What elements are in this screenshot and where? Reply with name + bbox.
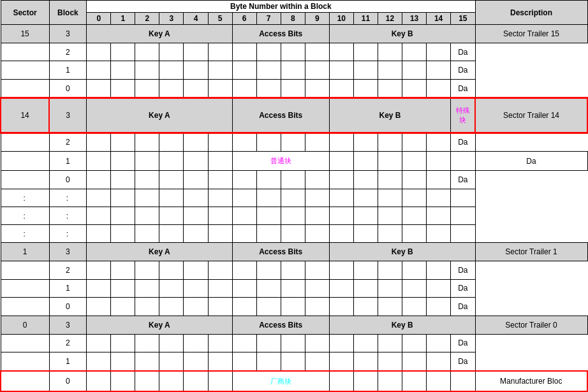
desc-s1-b1: Da: [451, 279, 475, 298]
access-bits-s15: Access Bits: [232, 25, 329, 43]
desc-s0-b2: Da: [451, 334, 475, 352]
key-b-s15: Key B: [329, 25, 475, 43]
byte-3: 3: [159, 13, 184, 25]
description-header: Description: [475, 1, 587, 25]
byte-number-header: Byte Number within a Block: [87, 1, 475, 13]
sector-0: 0: [1, 316, 49, 334]
byte-7: 7: [256, 13, 281, 25]
byte-5: 5: [208, 13, 232, 25]
table-row: 2 Da: [1, 334, 587, 352]
byte-10: 10: [329, 13, 353, 25]
block-3-s1: 3: [49, 243, 87, 261]
desc-s14-b2: Da: [451, 133, 475, 151]
byte-1: 1: [111, 13, 135, 25]
key-a-s15: Key A: [87, 25, 232, 43]
block-1-s0: 1: [49, 352, 87, 371]
desc-s15-b3: Sector Trailer 15: [475, 25, 587, 43]
special-label-s14: 特殊块: [451, 98, 475, 133]
byte-9: 9: [305, 13, 329, 25]
access-bits-s14: Access Bits: [232, 98, 329, 133]
block-2-s0: 2: [49, 334, 87, 352]
table-row: 2 Da: [1, 43, 587, 61]
desc-s14-b1: Da: [475, 152, 587, 171]
table-row: 2 Da: [1, 261, 587, 279]
sector-1: 1: [1, 243, 49, 261]
byte-15: 15: [451, 13, 475, 25]
key-a-s14: Key A: [87, 98, 232, 133]
byte-4: 4: [184, 13, 208, 25]
desc-s0-b1: Da: [451, 352, 475, 371]
block-0-s14: 0: [49, 171, 87, 189]
desc-s15-b2: Da: [451, 43, 475, 61]
sector-header: Sector: [1, 1, 49, 25]
key-a-s0: Key A: [87, 316, 232, 334]
table-row: 1 普通块 Da: [1, 152, 587, 171]
sector-14: 14: [1, 98, 49, 133]
access-bits-s0: Access Bits: [232, 316, 329, 334]
manufacturer-block-label: 厂商块: [232, 371, 329, 391]
table-row-s14-b3: 14 3 Key A Access Bits Key B 特殊块 Sector …: [1, 98, 587, 133]
key-a-s1: Key A: [87, 243, 232, 261]
block-0-s0: 0: [49, 371, 87, 391]
key-b-s0: Key B: [329, 316, 475, 334]
desc-s15-b1: Da: [451, 61, 475, 80]
desc-s1-b0: Da: [451, 298, 475, 316]
byte-11: 11: [353, 13, 378, 25]
dots-row-2: : :: [1, 207, 587, 225]
table-row: 0 Da: [1, 171, 587, 189]
dots-row-3: : :: [1, 225, 587, 243]
block-1-s15: 1: [49, 61, 87, 80]
block-3-s14: 3: [49, 98, 87, 133]
table-row-s0-b0-mfr: 0 厂商块 Manufacturer Bloc: [1, 371, 587, 391]
table-row: 0 Da: [1, 80, 587, 98]
block-0-s15: 0: [49, 80, 87, 98]
block-2-s1: 2: [49, 261, 87, 279]
byte-6: 6: [232, 13, 256, 25]
table-row: 1 Da: [1, 61, 587, 80]
block-0-s1: 0: [49, 298, 87, 316]
key-b-s14: Key B: [329, 98, 450, 133]
sector-empty: [1, 43, 49, 61]
table-row: 0 Da: [1, 298, 587, 316]
main-table: Sector Block Byte Number within a Block …: [0, 0, 588, 392]
byte-0: 0: [87, 13, 111, 25]
desc-s1-b2: Da: [451, 261, 475, 279]
table-row: 0 3 Key A Access Bits Key B Sector Trail…: [1, 316, 587, 334]
desc-s1-b3: Sector Trailer 1: [475, 243, 587, 261]
desc-s14-b3: Sector Trailer 14: [475, 98, 587, 133]
block-2-s15: 2: [49, 43, 87, 61]
block-2-s14: 2: [49, 133, 87, 151]
key-b-s1: Key B: [329, 243, 475, 261]
normal-block-label: 普通块: [232, 152, 329, 171]
table-row: 1 Da: [1, 352, 587, 371]
byte-14: 14: [427, 13, 451, 25]
byte-8: 8: [281, 13, 305, 25]
block-1-s14: 1: [49, 152, 87, 171]
desc-s15-b0: Da: [451, 80, 475, 98]
dots-row-1: : :: [1, 189, 587, 207]
block-3-s15: 3: [49, 25, 87, 43]
desc-s14-b0: Da: [451, 171, 475, 189]
table-row: 15 3 Key A Access Bits Key B Sector Trai…: [1, 25, 587, 43]
desc-s0-b3: Sector Trailer 0: [475, 316, 587, 334]
desc-s0-b0: Manufacturer Bloc: [475, 371, 587, 391]
byte-13: 13: [402, 13, 427, 25]
table-row: 2 Da: [1, 133, 587, 151]
table-row: 1 Da: [1, 279, 587, 298]
sector-15: 15: [1, 25, 49, 43]
table-row: 1 3 Key A Access Bits Key B Sector Trail…: [1, 243, 587, 261]
block-header: Block: [49, 1, 87, 25]
byte-2: 2: [135, 13, 159, 25]
block-1-s1: 1: [49, 279, 87, 298]
block-3-s0: 3: [49, 316, 87, 334]
byte-12: 12: [378, 13, 402, 25]
access-bits-s1: Access Bits: [232, 243, 329, 261]
